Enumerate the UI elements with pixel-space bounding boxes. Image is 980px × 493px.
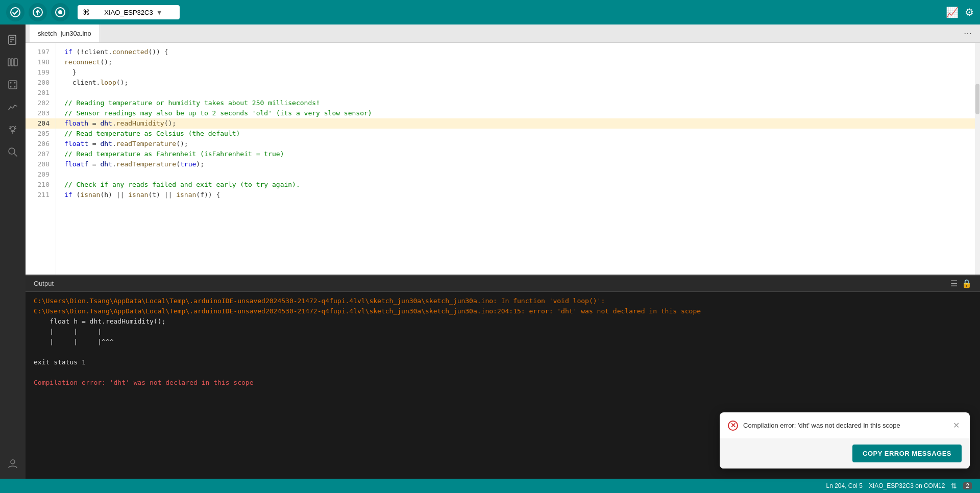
output-line-2: C:\Users\Dion.Tsang\AppData\Local\Temp\.… xyxy=(34,306,972,316)
sidebar-item-libraries[interactable] xyxy=(3,52,23,72)
error-notification-text: Compilation error: 'dht' was not declare… xyxy=(743,422,946,429)
status-upload-icon: ⇅ xyxy=(951,482,957,490)
file-tab-name: sketch_jun30a.ino xyxy=(38,30,91,37)
error-notification: ✕ Compilation error: 'dht' was not decla… xyxy=(720,412,970,469)
code-editor[interactable]: 197 198 199 200 201 202 203 204 205 206 … xyxy=(26,43,980,275)
settings-icon[interactable]: ⚙ xyxy=(965,6,974,18)
sidebar-item-analytics[interactable] xyxy=(3,97,23,117)
content-area: sketch_jun30a.ino ⋯ 197 198 199 200 201 … xyxy=(26,24,980,479)
code-line-204: float h = dht.readHumidity(); xyxy=(56,118,975,129)
code-line-209 xyxy=(56,169,975,180)
error-icon: ✕ xyxy=(728,421,738,431)
output-line-1: C:\Users\Dion.Tsang\AppData\Local\Temp\.… xyxy=(34,296,972,306)
board-name: XIAO_ESP32C3 xyxy=(104,9,153,16)
board-selector-arrow: ▼ xyxy=(156,9,175,16)
sidebar-item-sketch[interactable] xyxy=(3,30,23,50)
upload-button[interactable] xyxy=(29,3,47,21)
output-line-7: exit status 1 xyxy=(34,357,972,367)
error-close-button[interactable]: ✕ xyxy=(951,420,962,431)
line-num-209: 209 xyxy=(26,169,56,180)
file-tabs: sketch_jun30a.ino ⋯ xyxy=(26,24,980,43)
line-num-197: 197 xyxy=(26,47,56,57)
error-notification-header: ✕ Compilation error: 'dht' was not decla… xyxy=(720,412,970,438)
code-line-200: client.loop(); xyxy=(56,78,975,88)
output-line-5: | | |^^^ xyxy=(34,337,972,347)
output-line-8 xyxy=(34,367,972,378)
output-line-4: | | | xyxy=(34,327,972,337)
svg-rect-10 xyxy=(11,59,13,66)
svg-line-22 xyxy=(10,126,11,128)
svg-rect-11 xyxy=(14,59,17,66)
line-num-210: 210 xyxy=(26,180,56,190)
output-header: Output ☰ 🔒 xyxy=(26,276,980,292)
vertical-scrollbar[interactable] xyxy=(975,43,980,275)
output-line-9: Compilation error: 'dht' was not declare… xyxy=(34,378,972,388)
code-line-203: // Sensor readings may also be up to 2 s… xyxy=(56,108,975,118)
file-tabs-more[interactable]: ⋯ xyxy=(960,27,976,40)
verify-button[interactable] xyxy=(6,3,24,21)
svg-line-20 xyxy=(9,128,11,129)
line-num-198: 198 xyxy=(26,57,56,67)
svg-point-26 xyxy=(11,460,15,464)
code-line-198: reconnect(); xyxy=(56,57,975,67)
sidebar xyxy=(0,24,26,479)
status-position: Ln 204, Col 5 xyxy=(826,482,863,489)
board-selector[interactable]: ⌘ XIAO_ESP32C3 ▼ xyxy=(78,5,180,19)
svg-point-15 xyxy=(10,86,12,88)
copy-error-button[interactable]: COPY ERROR MESSAGES xyxy=(852,445,962,462)
line-num-203: 203 xyxy=(26,108,56,118)
svg-line-23 xyxy=(14,126,16,128)
output-line-3: float h = dht.readHumidity(); xyxy=(34,316,972,327)
line-num-199: 199 xyxy=(26,67,56,78)
code-line-199: } xyxy=(56,67,975,78)
svg-rect-9 xyxy=(8,59,10,66)
svg-point-0 xyxy=(11,8,20,17)
error-notification-footer: COPY ERROR MESSAGES xyxy=(720,438,970,469)
file-tab-sketch[interactable]: sketch_jun30a.ino xyxy=(30,24,100,42)
output-header-right: ☰ 🔒 xyxy=(950,279,972,288)
serial-plotter-icon[interactable]: 📈 xyxy=(946,6,959,18)
code-line-211: if (isnan(h) || isnan(t) || isnan(f)) { xyxy=(56,190,975,200)
code-line-210: // Check if any reads failed and exit ea… xyxy=(56,180,975,190)
code-line-206: float t = dht.readTemperature(); xyxy=(56,139,975,149)
line-num-208: 208 xyxy=(26,159,56,169)
scrollbar-thumb[interactable] xyxy=(975,84,979,114)
svg-point-14 xyxy=(14,82,16,84)
main-area: sketch_jun30a.ino ⋯ 197 198 199 200 201 … xyxy=(0,24,980,479)
output-menu-icon[interactable]: ☰ xyxy=(950,279,958,288)
svg-point-4 xyxy=(58,10,62,14)
line-num-202: 202 xyxy=(26,98,56,108)
svg-line-21 xyxy=(15,128,16,129)
svg-rect-12 xyxy=(9,81,17,89)
sidebar-item-search[interactable] xyxy=(3,142,23,162)
sidebar-item-boards[interactable] xyxy=(3,75,23,95)
debug-button[interactable] xyxy=(51,3,69,21)
code-line-207: // Read temperature as Fahrenheit (isFah… xyxy=(56,149,975,159)
svg-point-16 xyxy=(14,86,16,88)
code-line-201 xyxy=(56,88,975,98)
output-line-6 xyxy=(34,347,972,357)
status-bar: Ln 204, Col 5 XIAO_ESP32C3 on COM12 ⇅ 2 xyxy=(0,479,980,493)
code-line-205: // Read temperature as Celsius (the defa… xyxy=(56,129,975,139)
svg-line-25 xyxy=(14,154,17,157)
status-board: XIAO_ESP32C3 on COM12 xyxy=(869,482,945,489)
line-num-200: 200 xyxy=(26,78,56,88)
status-count: 2 xyxy=(963,482,972,489)
toolbar-right: 📈 ⚙ xyxy=(946,6,974,18)
code-line-208: float f = dht.readTemperature(true); xyxy=(56,159,975,169)
sidebar-item-profile[interactable] xyxy=(3,453,23,474)
line-num-211: 211 xyxy=(26,190,56,200)
svg-point-13 xyxy=(10,82,12,84)
code-line-197: if (!client.connected()) { xyxy=(56,47,975,57)
status-right: Ln 204, Col 5 XIAO_ESP32C3 on COM12 ⇅ 2 xyxy=(826,482,972,490)
line-num-207: 207 xyxy=(26,149,56,159)
line-num-201: 201 xyxy=(26,88,56,98)
line-num-206: 206 xyxy=(26,139,56,149)
output-lock-icon[interactable]: 🔒 xyxy=(962,279,972,288)
line-numbers: 197 198 199 200 201 202 203 204 205 206 … xyxy=(26,43,56,275)
code-line-202: // Reading temperature or humidity takes… xyxy=(56,98,975,108)
sidebar-item-debug[interactable] xyxy=(3,119,23,140)
toolbar: ⌘ XIAO_ESP32C3 ▼ 📈 ⚙ xyxy=(0,0,980,24)
line-num-205: 205 xyxy=(26,129,56,139)
code-content[interactable]: if (!client.connected()) { reconnect(); … xyxy=(56,43,975,275)
